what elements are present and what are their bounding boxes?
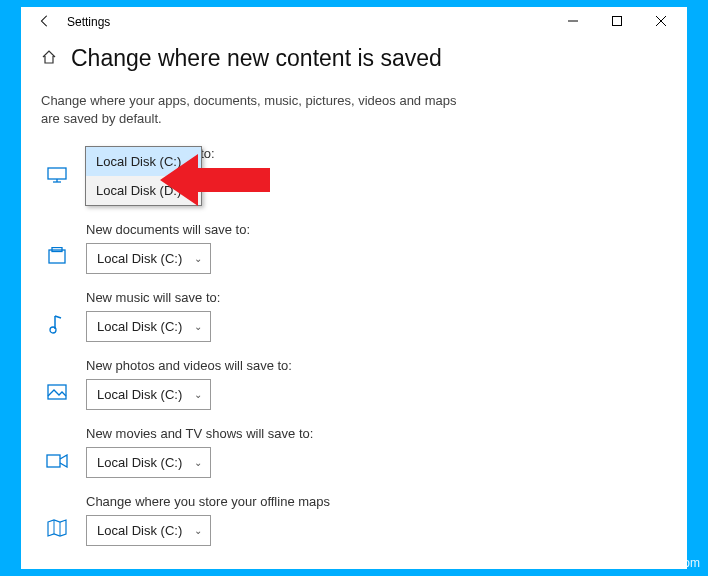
movies-dropdown[interactable]: Local Disk (C:) ⌄ — [86, 447, 211, 478]
dropdown-value: Local Disk (C:) — [97, 319, 182, 334]
section-apps: New apps will save to: Local Disk (C:) L… — [41, 146, 667, 206]
chevron-down-icon: ⌄ — [182, 525, 202, 536]
minimize-button[interactable] — [551, 7, 595, 37]
chevron-down-icon: ⌄ — [182, 389, 202, 400]
document-icon — [41, 247, 73, 270]
music-icon — [41, 314, 73, 339]
video-icon — [41, 453, 73, 473]
watermark: wsxdn.com — [640, 556, 700, 570]
section-label: New music will save to: — [86, 290, 667, 305]
chevron-down-icon: ⌄ — [182, 321, 202, 332]
dropdown-value: Local Disk (C:) — [97, 387, 182, 402]
section-label: New documents will save to: — [86, 222, 667, 237]
map-icon — [41, 519, 73, 542]
music-dropdown[interactable]: Local Disk (C:) ⌄ — [86, 311, 211, 342]
dropdown-value: Local Disk (C:) — [97, 251, 182, 266]
monitor-icon — [41, 167, 73, 188]
section-music: New music will save to: Local Disk (C:) … — [41, 290, 667, 342]
svg-marker-14 — [160, 154, 270, 206]
section-movies: New movies and TV shows will save to: Lo… — [41, 426, 667, 478]
chevron-down-icon: ⌄ — [182, 457, 202, 468]
page-header: Change where new content is saved — [21, 37, 687, 86]
chevron-down-icon: ⌄ — [182, 253, 202, 264]
back-button[interactable] — [31, 14, 59, 31]
dropdown-value: Local Disk (C:) — [97, 523, 182, 538]
content: Change where your apps, documents, music… — [21, 86, 687, 546]
page-description: Change where your apps, documents, music… — [41, 92, 461, 128]
maximize-button[interactable] — [595, 7, 639, 37]
section-label: New photos and videos will save to: — [86, 358, 667, 373]
annotation-arrow — [160, 150, 270, 210]
home-icon[interactable] — [41, 49, 59, 68]
svg-rect-11 — [47, 455, 60, 467]
section-label: Change where you store your offline maps — [86, 494, 667, 509]
section-photos: New photos and videos will save to: Loca… — [41, 358, 667, 410]
window-title: Settings — [67, 15, 110, 29]
titlebar: Settings — [21, 7, 687, 37]
svg-rect-1 — [613, 17, 622, 26]
svg-point-9 — [50, 327, 56, 333]
settings-window: Settings Change where new content is sav… — [21, 7, 687, 569]
section-maps: Change where you store your offline maps… — [41, 494, 667, 546]
maps-dropdown[interactable]: Local Disk (C:) ⌄ — [86, 515, 211, 546]
section-label: New movies and TV shows will save to: — [86, 426, 667, 441]
dropdown-value: Local Disk (C:) — [97, 455, 182, 470]
svg-rect-10 — [48, 385, 66, 399]
photo-icon — [41, 384, 73, 405]
section-documents: New documents will save to: Local Disk (… — [41, 222, 667, 274]
page-title: Change where new content is saved — [71, 45, 442, 72]
photos-dropdown[interactable]: Local Disk (C:) ⌄ — [86, 379, 211, 410]
close-button[interactable] — [639, 7, 683, 37]
svg-rect-4 — [48, 168, 66, 179]
documents-dropdown[interactable]: Local Disk (C:) ⌄ — [86, 243, 211, 274]
